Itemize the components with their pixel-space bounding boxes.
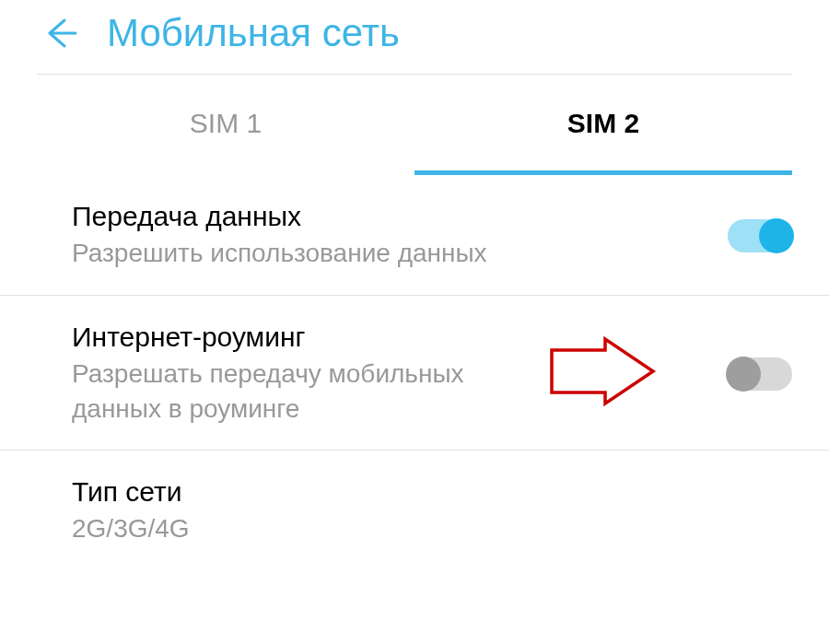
setting-roaming[interactable]: Интернет-роуминг Разрешать передачу моби… [0, 296, 829, 451]
settings-list: Передача данных Разрешить использование … [0, 175, 829, 570]
setting-text: Интернет-роуминг Разрешать передачу моби… [72, 322, 709, 427]
setting-text: Тип сети 2G/3G/4G [72, 476, 792, 546]
toggle-thumb [759, 218, 794, 253]
setting-subtitle: Разрешать передачу мобильных данных в ро… [72, 357, 551, 427]
toggle-roaming[interactable] [728, 357, 792, 391]
back-button[interactable] [37, 11, 81, 55]
toggle-thumb [726, 357, 761, 392]
setting-title: Передача данных [72, 201, 709, 232]
tab-sim1[interactable]: SIM 1 [37, 75, 414, 175]
toggle-data-transfer[interactable] [728, 219, 792, 252]
setting-subtitle: 2G/3G/4G [72, 511, 792, 546]
page-title: Мобильная сеть [107, 11, 400, 55]
setting-subtitle: Разрешить использование данных [72, 236, 709, 271]
setting-network-type[interactable]: Тип сети 2G/3G/4G [0, 451, 829, 570]
setting-data-transfer[interactable]: Передача данных Разрешить использование … [0, 175, 829, 296]
setting-title: Интернет-роуминг [72, 322, 709, 353]
sim-tabs: SIM 1 SIM 2 [37, 74, 792, 175]
setting-title: Тип сети [72, 476, 792, 508]
back-arrow-icon [41, 15, 77, 52]
tab-sim2[interactable]: SIM 2 [414, 75, 792, 175]
setting-text: Передача данных Разрешить использование … [72, 201, 709, 271]
